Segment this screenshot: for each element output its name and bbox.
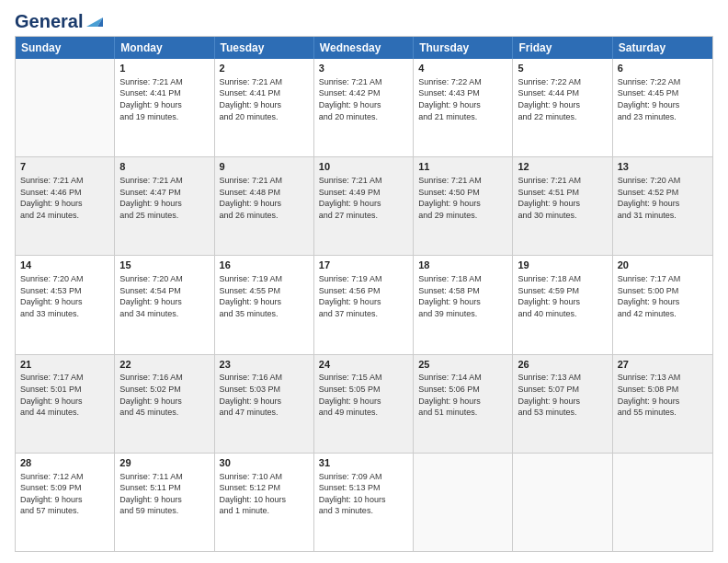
cell-info: and 35 minutes. <box>220 308 309 320</box>
day-number: 2 <box>220 62 309 75</box>
day-number: 22 <box>119 358 209 372</box>
calendar-week-row: 7Sunrise: 7:21 AMSunset: 4:46 PMDaylight… <box>16 157 712 256</box>
cell-info: Sunrise: 7:20 AM <box>119 273 209 285</box>
cell-info: Sunset: 4:46 PM <box>20 187 109 199</box>
cell-info: and 24 minutes. <box>20 210 109 222</box>
cell-info: Sunset: 4:52 PM <box>618 187 708 199</box>
cell-info: and 34 minutes. <box>119 308 209 320</box>
day-number: 26 <box>518 358 607 372</box>
cell-info: Sunrise: 7:21 AM <box>220 76 309 88</box>
cell-info: Sunset: 4:42 PM <box>319 87 408 99</box>
cell-info: and 27 minutes. <box>319 210 408 222</box>
cell-info: and 19 minutes. <box>119 111 209 123</box>
cell-info: Sunset: 4:48 PM <box>220 187 309 199</box>
cell-info: Daylight: 9 hours <box>220 396 309 408</box>
cell-info: Daylight: 9 hours <box>220 99 309 111</box>
calendar-header-cell: Friday <box>513 37 612 59</box>
cell-info: Daylight: 9 hours <box>618 99 708 111</box>
calendar-cell: 16Sunrise: 7:19 AMSunset: 4:55 PMDayligh… <box>215 256 314 353</box>
cell-info: Sunset: 4:43 PM <box>418 87 507 99</box>
cell-info: Daylight: 9 hours <box>319 296 408 308</box>
calendar-cell: 13Sunrise: 7:20 AMSunset: 4:52 PMDayligh… <box>613 157 712 255</box>
cell-info: and 42 minutes. <box>618 308 708 320</box>
cell-info: and 37 minutes. <box>319 308 408 320</box>
cell-info: Sunset: 5:05 PM <box>319 384 408 396</box>
calendar-header-cell: Tuesday <box>215 37 314 59</box>
cell-info: and 22 minutes. <box>518 111 607 123</box>
cell-info: and 20 minutes. <box>220 111 309 123</box>
cell-info: Sunset: 5:11 PM <box>119 482 209 494</box>
calendar-cell: 4Sunrise: 7:22 AMSunset: 4:43 PMDaylight… <box>414 59 513 156</box>
calendar-cell: 21Sunrise: 7:17 AMSunset: 5:01 PMDayligh… <box>16 355 115 453</box>
cell-info: Daylight: 9 hours <box>319 99 408 111</box>
cell-info: and 29 minutes. <box>418 210 507 222</box>
cell-info: Sunrise: 7:14 AM <box>418 372 507 384</box>
day-number: 11 <box>418 160 507 174</box>
cell-info: and 25 minutes. <box>119 210 209 222</box>
day-number: 23 <box>220 358 309 372</box>
cell-info: Daylight: 9 hours <box>119 99 209 111</box>
cell-info: Sunset: 5:08 PM <box>618 384 708 396</box>
cell-info: Sunrise: 7:15 AM <box>319 372 408 384</box>
day-number: 25 <box>418 358 507 372</box>
cell-info: Sunset: 5:07 PM <box>518 384 607 396</box>
calendar-body: 1Sunrise: 7:21 AMSunset: 4:41 PMDaylight… <box>16 59 712 551</box>
cell-info: Sunset: 4:44 PM <box>518 87 607 99</box>
cell-info: and 55 minutes. <box>618 407 708 419</box>
cell-info: Sunrise: 7:09 AM <box>319 471 408 483</box>
cell-info: and 23 minutes. <box>618 111 708 123</box>
calendar-cell: 26Sunrise: 7:13 AMSunset: 5:07 PMDayligh… <box>513 355 612 453</box>
calendar-cell: 6Sunrise: 7:22 AMSunset: 4:45 PMDaylight… <box>613 59 712 156</box>
cell-info: Daylight: 9 hours <box>319 198 408 210</box>
calendar-cell: 29Sunrise: 7:11 AMSunset: 5:11 PMDayligh… <box>115 454 214 551</box>
calendar-header-cell: Saturday <box>613 37 712 59</box>
calendar-cell: 18Sunrise: 7:18 AMSunset: 4:58 PMDayligh… <box>414 256 513 353</box>
calendar-cell: 1Sunrise: 7:21 AMSunset: 4:41 PMDaylight… <box>115 59 214 156</box>
cell-info: Daylight: 9 hours <box>518 396 607 408</box>
calendar-cell: 11Sunrise: 7:21 AMSunset: 4:50 PMDayligh… <box>414 157 513 255</box>
calendar-header-cell: Wednesday <box>314 37 414 59</box>
day-number: 7 <box>20 160 109 174</box>
calendar-cell <box>414 454 513 551</box>
cell-info: Sunrise: 7:21 AM <box>319 175 408 187</box>
cell-info: Sunset: 4:47 PM <box>119 187 209 199</box>
cell-info: and 40 minutes. <box>518 308 607 320</box>
day-number: 17 <box>319 259 408 272</box>
cell-info: and 31 minutes. <box>618 210 708 222</box>
calendar-cell: 23Sunrise: 7:16 AMSunset: 5:03 PMDayligh… <box>215 355 314 453</box>
cell-info: and 45 minutes. <box>119 407 209 419</box>
day-number: 10 <box>319 160 408 174</box>
cell-info: Sunrise: 7:20 AM <box>618 175 708 187</box>
cell-info: Sunset: 4:53 PM <box>20 285 109 297</box>
cell-info: Daylight: 9 hours <box>20 198 109 210</box>
cell-info: Sunrise: 7:16 AM <box>119 372 209 384</box>
cell-info: Sunset: 4:49 PM <box>319 187 408 199</box>
cell-info: Sunrise: 7:19 AM <box>319 273 408 285</box>
calendar-cell: 14Sunrise: 7:20 AMSunset: 4:53 PMDayligh… <box>16 256 115 353</box>
calendar-cell: 22Sunrise: 7:16 AMSunset: 5:02 PMDayligh… <box>115 355 214 453</box>
cell-info: Sunset: 4:50 PM <box>418 187 507 199</box>
cell-info: and 3 minutes. <box>319 505 408 517</box>
cell-info: Sunset: 4:59 PM <box>518 285 607 297</box>
calendar-cell: 3Sunrise: 7:21 AMSunset: 4:42 PMDaylight… <box>314 59 414 156</box>
cell-info: Sunrise: 7:19 AM <box>220 273 309 285</box>
cell-info: and 1 minute. <box>220 505 309 517</box>
cell-info: Sunrise: 7:13 AM <box>518 372 607 384</box>
cell-info: Daylight: 9 hours <box>20 296 109 308</box>
cell-info: Sunrise: 7:22 AM <box>518 76 607 88</box>
page: General SundayMondayTuesdayWednesdayThur… <box>0 0 728 563</box>
cell-info: and 20 minutes. <box>319 111 408 123</box>
cell-info: Daylight: 9 hours <box>119 198 209 210</box>
cell-info: Sunrise: 7:22 AM <box>618 76 708 88</box>
cell-info: Daylight: 9 hours <box>518 198 607 210</box>
calendar-cell <box>613 454 712 551</box>
cell-info: and 49 minutes. <box>319 407 408 419</box>
calendar-cell: 20Sunrise: 7:17 AMSunset: 5:00 PMDayligh… <box>613 256 712 353</box>
cell-info: and 30 minutes. <box>518 210 607 222</box>
cell-info: Sunset: 5:00 PM <box>618 285 708 297</box>
day-number: 5 <box>518 62 607 75</box>
calendar-cell: 28Sunrise: 7:12 AMSunset: 5:09 PMDayligh… <box>16 454 115 551</box>
calendar-cell <box>513 454 612 551</box>
cell-info: and 47 minutes. <box>220 407 309 419</box>
day-number: 8 <box>119 160 209 174</box>
